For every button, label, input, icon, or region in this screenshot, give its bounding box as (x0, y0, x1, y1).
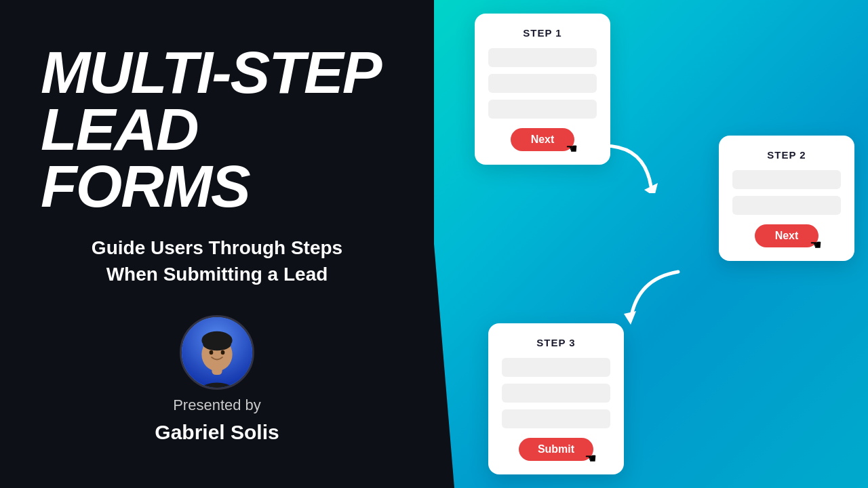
step3-field1 (502, 358, 610, 377)
arrow-2 (617, 265, 685, 329)
step2-field2 (732, 196, 841, 215)
svg-marker-11 (624, 311, 636, 325)
presented-by-label: Presented by (173, 396, 261, 414)
title-line2: LEAD FORMS (41, 96, 250, 220)
svg-point-9 (221, 350, 225, 354)
forms-container: STEP 1 Next ☛ STEP 2 Next ☛ (434, 0, 868, 488)
step3-submit-button[interactable]: Submit (519, 438, 593, 461)
cursor-icon-1: ☛ (566, 140, 578, 157)
step1-title: STEP 1 (488, 27, 597, 39)
step1-card: STEP 1 Next ☛ (475, 14, 610, 165)
step3-submit-wrapper: Submit ☛ (519, 435, 593, 461)
right-panel: STEP 1 Next ☛ STEP 2 Next ☛ (434, 0, 868, 488)
svg-point-3 (193, 382, 241, 388)
step3-field3 (502, 409, 610, 428)
avatar (180, 315, 254, 390)
cursor-icon-3: ☛ (585, 450, 597, 466)
step2-field1 (732, 170, 841, 189)
arrow-1 (597, 139, 665, 196)
presenter-name: Gabriel Solis (155, 421, 279, 444)
step1-field1 (488, 48, 597, 67)
svg-point-8 (210, 350, 214, 354)
step2-card: STEP 2 Next ☛ (719, 136, 854, 261)
presenter-section: Presented by Gabriel Solis (155, 315, 279, 444)
svg-point-7 (203, 338, 231, 350)
step3-card: STEP 3 Submit ☛ (488, 323, 624, 474)
step1-next-wrapper: Next ☛ (511, 125, 575, 151)
step1-field3 (488, 100, 597, 119)
step2-title: STEP 2 (732, 149, 841, 161)
step3-title: STEP 3 (502, 337, 610, 348)
step3-field2 (502, 384, 610, 403)
main-title: MULTI-STEP LEAD FORMS (41, 44, 393, 214)
left-panel: MULTI-STEP LEAD FORMS Guide Users Throug… (0, 0, 434, 488)
cursor-icon-2: ☛ (810, 237, 822, 253)
subtitle: Guide Users Through Steps When Submittin… (41, 235, 393, 287)
step1-field2 (488, 74, 597, 93)
title-block: MULTI-STEP LEAD FORMS (41, 44, 393, 235)
subtitle-line2: When Submitting a Lead (106, 264, 328, 285)
subtitle-line1: Guide Users Through Steps (92, 237, 342, 258)
step2-next-wrapper: Next ☛ (755, 222, 819, 247)
